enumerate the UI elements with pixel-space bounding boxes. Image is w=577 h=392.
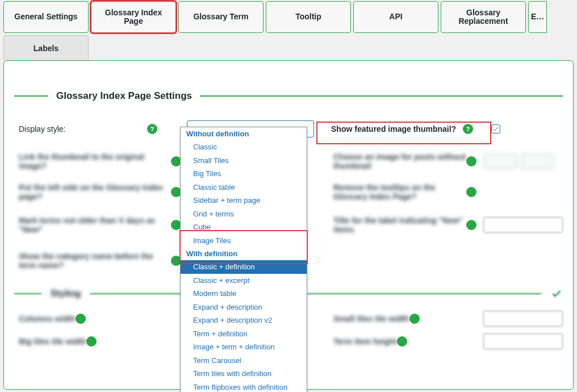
subtab-labels[interactable]: Labels	[3, 35, 89, 60]
dropdown-option[interactable]: Image + term + definition	[181, 340, 307, 354]
row-featured-image: Show featured image thumbnail? ?	[327, 122, 505, 136]
dropdown-option[interactable]: Small Tiles	[181, 154, 307, 168]
dropdown-group-label: Without definition	[181, 127, 307, 140]
dropdown-option[interactable]: Term tiles with definition	[181, 367, 307, 381]
section-header: Glossary Index Page Settings	[14, 90, 563, 102]
featured-image-checkbox[interactable]	[491, 124, 500, 134]
dropdown-option[interactable]: Classic + excerpt	[181, 274, 307, 287]
tab-api[interactable]: API	[353, 1, 438, 33]
dropdown-group-label: With definition	[181, 247, 307, 260]
dropdown-option-selected[interactable]: Classic + definition	[181, 260, 307, 274]
help-icon[interactable]: ?	[147, 124, 157, 134]
dropdown-option[interactable]: Term + definition	[181, 327, 307, 341]
dropdown-option[interactable]: Sidebar + term page	[181, 194, 307, 207]
dropdown-option[interactable]: Term flipboxes with definition	[181, 381, 307, 393]
primary-tabs: General Settings Glossary Index Page Glo…	[0, 0, 577, 33]
divider-line	[14, 95, 48, 97]
settings-panel: Glossary Index Page Settings Display sty…	[3, 60, 574, 390]
dropdown-option[interactable]: Image Tiles	[181, 234, 307, 248]
dropdown-option[interactable]: Big Tiles	[181, 167, 307, 181]
dropdown-option[interactable]: Expand + description	[181, 301, 307, 314]
dropdown-option[interactable]: Cube	[181, 220, 307, 234]
divider-line	[200, 95, 563, 97]
tab-tooltip[interactable]: Tooltip	[266, 1, 351, 33]
tab-glossary-replacement[interactable]: Glossary Replacement	[441, 1, 526, 33]
dropdown-option[interactable]: Classic table	[181, 181, 307, 194]
tab-glossary-term[interactable]: Glossary Term	[178, 1, 264, 33]
dropdown-option[interactable]: Modern table	[181, 287, 307, 301]
section-title: Glossary Index Page Settings	[56, 90, 192, 102]
display-style-dropdown[interactable]: Without definition Classic Small Tiles B…	[180, 127, 307, 392]
tab-glossary-index-page[interactable]: Glossary Index Page	[91, 1, 176, 33]
dropdown-option[interactable]: Grid + terms	[181, 207, 307, 221]
tab-more-truncated[interactable]: E…	[528, 1, 547, 33]
secondary-tabs: Labels	[0, 33, 577, 60]
dropdown-option[interactable]: Classic	[181, 140, 307, 154]
tab-general-settings[interactable]: General Settings	[3, 1, 89, 33]
display-style-label: Display style:	[19, 124, 147, 134]
featured-image-label: Show featured image thumbnail?	[331, 124, 456, 134]
dropdown-option[interactable]: Term Carousel	[181, 354, 307, 368]
dropdown-option[interactable]: Expand + description v2	[181, 314, 307, 327]
help-icon[interactable]: ?	[463, 124, 473, 134]
